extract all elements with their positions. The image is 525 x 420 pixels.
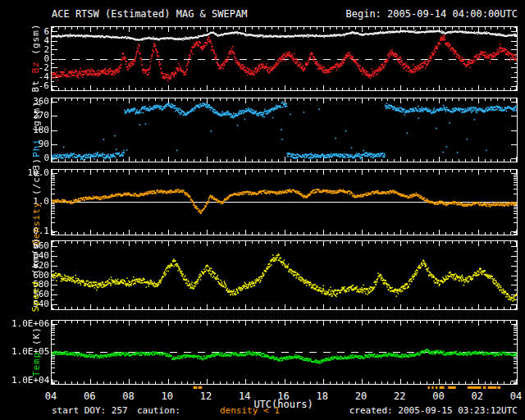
y-axis-title-speed: Speed (km/s) <box>15 240 57 308</box>
ace-rtsw-plot: ACE RTSW (Estimated) MAG & SWEPAM Begin:… <box>0 0 525 420</box>
panel-temp <box>51 320 518 385</box>
axis-label-part: Phi <box>31 132 42 158</box>
mag-canvas <box>52 27 517 90</box>
caution-condition-label: density < 1 <box>220 405 280 416</box>
axis-label-part: (gsm) <box>31 101 42 132</box>
axis-label-part: (K) <box>31 326 42 345</box>
axis-label-part: Bt <box>31 74 42 93</box>
axis-label-part: (/cm3) <box>31 158 42 195</box>
panel-mag-bt-bz <box>51 26 518 91</box>
panel-density <box>51 169 518 235</box>
axis-label-part: Bz <box>31 55 42 74</box>
y-axis-title-temp: Temp (K) <box>15 320 57 383</box>
axis-label-part: (gsm) <box>31 24 42 55</box>
caution-label: caution: <box>137 405 180 416</box>
temp-canvas <box>52 321 517 384</box>
phi-canvas <box>52 98 517 162</box>
panel-phi <box>51 98 518 162</box>
begin-timestamp: Begin: 2005-09-14 04:00:00UTC <box>345 8 518 20</box>
axis-label-part: Speed <box>31 275 42 313</box>
y-axis-title-phi: Phi (gsm) <box>15 98 57 161</box>
plot-title: ACE RTSW (Estimated) MAG & SWEPAM <box>52 8 247 20</box>
caution-marks-strip <box>51 386 516 390</box>
axis-label-part: (km/s) <box>31 237 42 275</box>
panel-speed <box>51 240 518 310</box>
created-timestamp: created: 2005-09-15 03:23:12UTC <box>349 405 518 416</box>
speed-canvas <box>52 241 517 309</box>
start-doy-label: start DOY: 257 <box>52 405 128 416</box>
axis-label-part: Temp <box>31 345 42 377</box>
y-axis-title-density: Density (/cm3) <box>15 169 57 234</box>
y-axis-title-mag: Bt Bz (gsm) <box>15 26 57 89</box>
density-canvas <box>52 170 517 235</box>
